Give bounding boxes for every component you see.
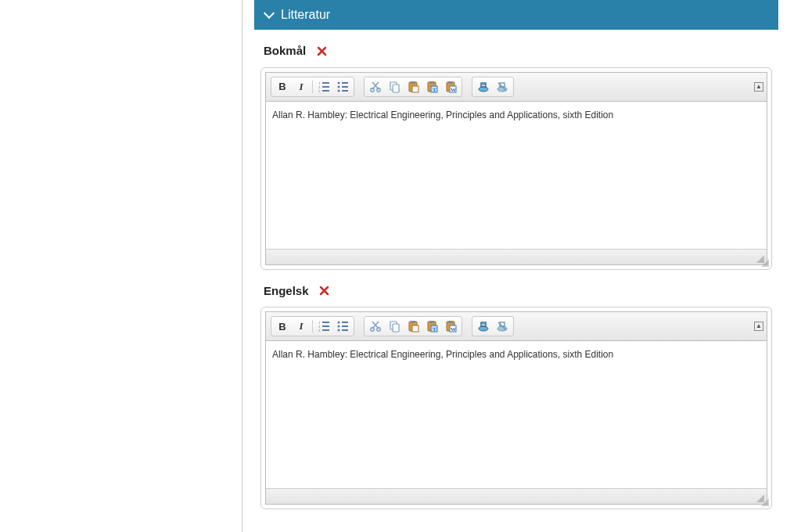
- ordered-list-button[interactable]: 123: [316, 318, 332, 334]
- toolbar-collapse-button[interactable]: ▲: [754, 322, 763, 331]
- container-resize-grip[interactable]: [759, 257, 770, 268]
- svg-text:3: 3: [318, 329, 321, 332]
- editor-container: B I 123: [260, 67, 772, 270]
- svg-text:W: W: [451, 326, 456, 332]
- language-block-engelsk: Engelsk B I 123: [260, 284, 772, 510]
- svg-point-43: [338, 329, 340, 332]
- sidebar-placeholder: [0, 0, 242, 532]
- svg-point-29: [479, 87, 488, 92]
- svg-rect-22: [429, 81, 434, 84]
- section-title: Litteratur: [281, 8, 330, 22]
- chevron-down-icon: [264, 8, 275, 19]
- delete-language-button[interactable]: [319, 285, 329, 299]
- svg-point-64: [479, 326, 488, 331]
- svg-rect-61: [448, 321, 453, 323]
- svg-text:W: W: [451, 87, 456, 93]
- unlink-button[interactable]: [494, 79, 510, 95]
- link-button[interactable]: [476, 318, 491, 334]
- svg-rect-54: [411, 321, 415, 323]
- svg-rect-55: [412, 325, 418, 332]
- language-label: Engelsk: [264, 284, 309, 297]
- svg-point-41: [338, 322, 340, 324]
- svg-text:T: T: [433, 326, 436, 332]
- svg-point-8: [338, 89, 340, 92]
- close-icon: [319, 286, 329, 296]
- paste-text-button[interactable]: T: [424, 318, 440, 334]
- editor-textarea[interactable]: Allan R. Hambley: Electrical Engineering…: [266, 341, 767, 488]
- editor-statusbar: [266, 249, 767, 264]
- ordered-list-button[interactable]: 123: [316, 79, 332, 95]
- svg-point-6: [338, 81, 340, 84]
- container-resize-grip[interactable]: [759, 496, 770, 507]
- svg-rect-52: [393, 324, 399, 332]
- paste-word-button[interactable]: W: [443, 79, 458, 95]
- svg-rect-17: [393, 84, 399, 92]
- italic-button[interactable]: I: [293, 79, 309, 95]
- language-label: Bokmål: [264, 44, 306, 57]
- language-block-bokmal: Bokmål B I 123: [260, 44, 772, 270]
- delete-language-button[interactable]: [317, 45, 327, 59]
- paste-button[interactable]: [405, 318, 421, 334]
- editor-container: B I 123: [260, 307, 772, 509]
- editor-statusbar: [266, 488, 767, 504]
- close-icon: [317, 46, 327, 56]
- cut-button[interactable]: [368, 318, 383, 334]
- unlink-button[interactable]: [494, 318, 510, 334]
- editor-textarea[interactable]: Allan R. Hambley: Electrical Engineering…: [266, 102, 767, 249]
- svg-rect-20: [412, 86, 418, 92]
- svg-point-42: [338, 325, 340, 328]
- paste-word-button[interactable]: W: [443, 318, 458, 334]
- svg-text:T: T: [433, 87, 436, 93]
- editor-toolbar: B I 123: [266, 312, 767, 341]
- copy-button[interactable]: [386, 318, 402, 334]
- unordered-list-button[interactable]: [335, 318, 350, 334]
- italic-button[interactable]: I: [293, 318, 309, 334]
- paste-button[interactable]: [405, 79, 421, 95]
- bold-button[interactable]: B: [275, 318, 290, 334]
- svg-text:3: 3: [318, 89, 321, 93]
- editor-toolbar: B I 123: [266, 73, 767, 102]
- link-button[interactable]: [476, 79, 491, 95]
- toolbar-collapse-button[interactable]: ▲: [754, 82, 763, 92]
- section-header[interactable]: Litteratur: [254, 0, 778, 30]
- bold-button[interactable]: B: [275, 79, 290, 95]
- cut-button[interactable]: [368, 79, 383, 95]
- copy-button[interactable]: [386, 79, 402, 95]
- svg-rect-57: [429, 321, 434, 323]
- svg-rect-26: [448, 81, 453, 84]
- paste-text-button[interactable]: T: [424, 79, 440, 95]
- unordered-list-button[interactable]: [335, 79, 350, 95]
- svg-point-7: [338, 85, 340, 88]
- svg-rect-19: [411, 81, 415, 84]
